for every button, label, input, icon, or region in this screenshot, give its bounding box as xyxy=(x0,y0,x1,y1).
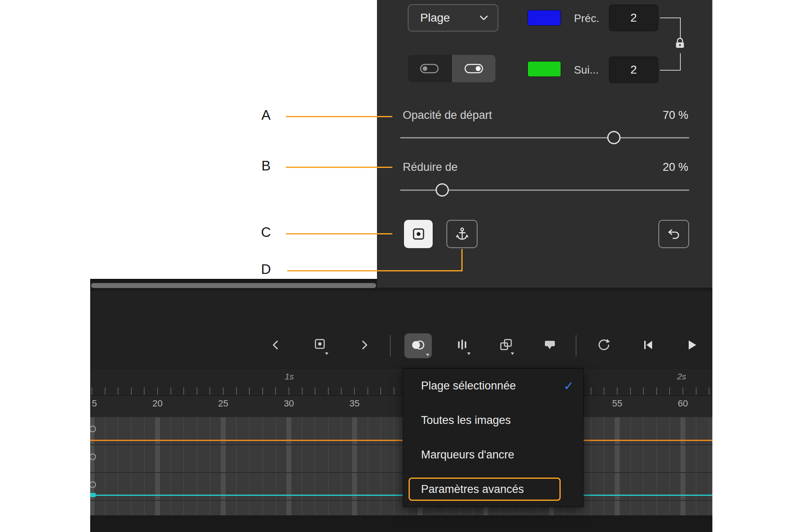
reset-button[interactable] xyxy=(658,220,689,248)
previous-keyframe-button[interactable] xyxy=(267,337,285,355)
timeline-track[interactable] xyxy=(90,500,712,515)
edit-multiple-frames-button[interactable] xyxy=(497,337,515,355)
play-icon xyxy=(685,338,699,354)
frame-marker-icon xyxy=(542,337,558,355)
menu-item-advanced-settings[interactable]: Paramètres avancés xyxy=(403,472,583,507)
reduce-by-slider-thumb[interactable] xyxy=(436,183,449,197)
frame-number: 5 xyxy=(90,398,103,409)
menu-item-all-frames[interactable]: Toutes les images xyxy=(403,403,583,438)
toolbar-separator xyxy=(576,335,576,357)
toolbar-separator xyxy=(390,335,391,357)
motion-guide-teal-line xyxy=(90,495,712,496)
onion-skin-outlines-button[interactable] xyxy=(453,337,471,355)
frame-number: 25 xyxy=(214,398,232,409)
annotation-line-a xyxy=(286,116,392,117)
link-bracket-top xyxy=(660,17,681,39)
frame-number: 20 xyxy=(148,398,167,409)
annotation-letter-b: B xyxy=(256,158,276,174)
next-frames-label: Sui... xyxy=(574,64,598,76)
annotation-letter-a: A xyxy=(256,107,276,123)
onion-skin-outlines-icon xyxy=(454,337,470,355)
next-keyframe-button[interactable] xyxy=(355,337,373,355)
onion-preview-toggle-group xyxy=(408,55,495,82)
reduce-by-label: Réduire de xyxy=(403,161,458,174)
chevron-right-icon xyxy=(358,339,370,353)
fill-marker-button[interactable] xyxy=(404,220,433,248)
previous-frames-label: Préc. xyxy=(574,12,599,25)
dropdown-arrow-icon xyxy=(325,352,328,355)
square-dot-icon xyxy=(411,227,426,241)
anchor-markers-button[interactable] xyxy=(446,220,478,248)
annotation-line-b xyxy=(286,167,392,168)
frame-number: 60 xyxy=(674,398,692,409)
start-opacity-value: 70 % xyxy=(663,109,688,122)
timeline-panel: 1s 2s 5 20 25 30 35 55 60 xyxy=(90,279,712,532)
frame-number: 55 xyxy=(608,398,626,409)
ruler-second-label: 2s xyxy=(672,372,691,382)
timeline-bottom-bar xyxy=(90,515,712,532)
previous-frames-color-swatch[interactable] xyxy=(527,10,561,26)
menu-item-anchor-markers[interactable]: Marqueurs d'ancre xyxy=(403,438,583,472)
annotation-line-d-vertical xyxy=(461,249,463,271)
onion-skin-menu: Plage sélectionnée ✓ Toutes les images M… xyxy=(403,368,584,507)
loop-playback-button[interactable] xyxy=(595,337,613,355)
onion-skin-icon xyxy=(410,339,426,353)
start-opacity-label: Opacité de départ xyxy=(403,109,492,122)
start-opacity-slider-track[interactable] xyxy=(400,137,689,138)
step-back-button[interactable] xyxy=(639,337,657,355)
menu-item-label: Plage sélectionnée xyxy=(421,379,516,392)
next-frames-color-swatch[interactable] xyxy=(527,61,561,77)
play-button[interactable] xyxy=(682,337,701,355)
toggle-off-icon xyxy=(420,64,439,74)
step-back-icon xyxy=(641,338,655,354)
toggle-off-button[interactable] xyxy=(408,55,452,82)
range-dropdown[interactable]: Plage xyxy=(408,4,498,32)
loop-icon xyxy=(596,337,612,355)
ruler-second-label: 1s xyxy=(280,372,298,382)
annotation-letter-c: C xyxy=(256,224,276,240)
frame-marker-button[interactable] xyxy=(541,337,559,355)
menu-item-label: Marqueurs d'ancre xyxy=(421,448,514,461)
annotation-line-d xyxy=(287,270,463,271)
onion-skin-button-active[interactable] xyxy=(404,333,432,358)
reset-icon xyxy=(666,227,681,241)
check-icon: ✓ xyxy=(564,379,574,393)
timeline-track[interactable] xyxy=(90,444,712,472)
dropdown-arrow-icon xyxy=(511,352,514,355)
toggle-on-icon xyxy=(464,64,483,74)
toggle-on-button[interactable] xyxy=(452,55,495,82)
screenshot-root: 1s 2s 5 20 25 30 35 55 60 Plage sélectio… xyxy=(0,0,798,532)
start-opacity-slider-thumb[interactable] xyxy=(607,131,621,144)
horizontal-scrollbar[interactable] xyxy=(91,283,376,288)
annotation-line-c xyxy=(286,233,392,234)
timeline-ruler[interactable] xyxy=(90,368,712,396)
reduce-by-value: 20 % xyxy=(663,161,688,174)
range-dropdown-label: Plage xyxy=(420,11,450,25)
anchor-icon xyxy=(455,227,470,241)
edit-multiple-frames-icon xyxy=(498,337,514,355)
chevron-down-icon xyxy=(479,15,488,21)
onion-skin-settings-panel: Plage Préc. xyxy=(377,0,712,288)
lock-icon[interactable] xyxy=(674,37,686,52)
ruler-ticks xyxy=(90,387,712,395)
previous-frames-input[interactable] xyxy=(609,5,658,31)
chevron-left-icon xyxy=(270,339,282,353)
annotation-letter-d: D xyxy=(256,261,276,277)
dropdown-arrow-icon xyxy=(426,354,429,356)
center-frame-button[interactable] xyxy=(311,337,329,355)
menu-item-label: Toutes les images xyxy=(421,414,511,427)
next-frames-input[interactable] xyxy=(609,57,658,83)
dropdown-arrow-icon xyxy=(467,352,470,355)
square-dot-icon xyxy=(312,337,328,355)
link-bracket-bottom xyxy=(660,53,681,71)
frame-number: 30 xyxy=(280,398,298,409)
motion-guide-orange-line xyxy=(90,440,712,441)
annotation-highlight-box xyxy=(409,478,561,501)
menu-item-selected-range[interactable]: Plage sélectionnée ✓ xyxy=(403,369,583,403)
frame-number: 35 xyxy=(345,398,364,409)
